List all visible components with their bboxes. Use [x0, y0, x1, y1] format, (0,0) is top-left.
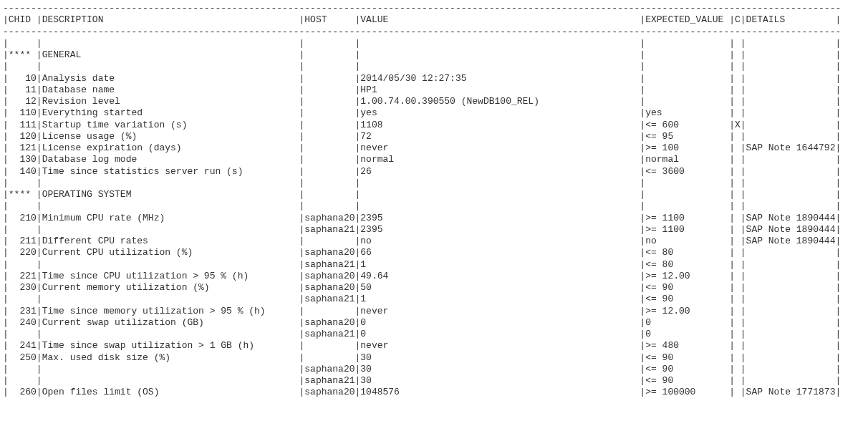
- cell-description: Minimum CPU rate (MHz): [42, 213, 299, 224]
- table-row: |121|License expiration (days)||never|>=…: [3, 142, 865, 154]
- cell-expected-value: <= 90: [645, 294, 729, 305]
- table-row: |10|Analysis date||2014/05/30 12:27:35||…: [3, 73, 865, 84]
- cell-chid: 211: [9, 236, 37, 247]
- cell-host: saphana20: [304, 271, 355, 282]
- table-row: |||saphana21|30|<= 90|||: [3, 375, 865, 387]
- cell-chid: 110: [9, 107, 37, 119]
- cell-expected-value: >= 12.00: [645, 271, 729, 282]
- cell-host: saphana20: [304, 364, 355, 375]
- table-row: |230|Current memory utilization (%)|saph…: [3, 282, 865, 294]
- table-row: |130|Database log mode||normal|normal|||: [3, 154, 865, 165]
- cell-description: GENERAL: [42, 49, 299, 61]
- cell-value: 30: [360, 352, 640, 364]
- cell-value: 66: [360, 247, 640, 258]
- cell-description: Current CPU utilization (%): [42, 247, 299, 258]
- cell-host: saphana21: [304, 224, 355, 236]
- header-separator-bottom: ----------------------------------------…: [3, 26, 865, 38]
- header-chid: CHID: [9, 14, 37, 26]
- table-row: |111|Startup time variation (s)||1108|<=…: [3, 120, 865, 131]
- table-row: ||||||||: [3, 61, 865, 72]
- cell-expected-value: >= 1100: [645, 224, 729, 236]
- cell-value: 72: [360, 131, 640, 142]
- cell-expected-value: <= 600: [645, 120, 729, 131]
- cell-expected-value: <= 80: [645, 259, 729, 271]
- cell-expected-value: >= 100: [645, 142, 729, 154]
- cell-description: Time since swap utilization > 1 GB (h): [42, 340, 299, 352]
- table-row: ||||||||: [3, 200, 865, 212]
- cell-value: no: [360, 236, 640, 247]
- cell-value: never: [360, 340, 640, 352]
- cell-chid: 111: [9, 120, 37, 131]
- table-row: |221|Time since CPU utilization > 95 % (…: [3, 271, 865, 282]
- table-row: ||||||||: [3, 178, 865, 189]
- cell-expected-value: no: [645, 236, 729, 247]
- header-value: VALUE: [360, 14, 640, 26]
- cell-expected-value: normal: [645, 154, 729, 165]
- table-row: |||saphana21|0|0|||: [3, 329, 865, 340]
- cell-value: never: [360, 142, 640, 154]
- cell-chid: ****: [9, 189, 37, 200]
- cell-host: saphana20: [304, 213, 355, 224]
- cell-value: 0: [360, 317, 640, 329]
- cell-chid: ****: [9, 49, 37, 61]
- cell-expected-value: <= 90: [645, 352, 729, 364]
- cell-details: SAP Note 1890444: [746, 236, 836, 247]
- cell-chid: 10: [9, 73, 37, 84]
- cell-expected-value: 0: [645, 317, 729, 329]
- cell-chid: 260: [9, 387, 37, 398]
- cell-value: 2395: [360, 213, 640, 224]
- cell-value: 30: [360, 375, 640, 387]
- cell-value: 1: [360, 259, 640, 271]
- cell-value: 30: [360, 364, 640, 375]
- header-expected-value: EXPECTED_VALUE: [645, 14, 729, 26]
- cell-chid: 121: [9, 142, 37, 154]
- cell-value: normal: [360, 154, 640, 165]
- cell-host: saphana20: [304, 282, 355, 294]
- cell-details: SAP Note 1644792: [746, 142, 836, 154]
- cell-value: 2014/05/30 12:27:35: [360, 73, 640, 84]
- cell-description: Current swap utilization (GB): [42, 317, 299, 329]
- cell-value: 49.64: [360, 271, 640, 282]
- table-row: |||saphana21|1|<= 80|||: [3, 259, 865, 271]
- cell-chid: 130: [9, 154, 37, 165]
- cell-chid: 231: [9, 306, 37, 317]
- cell-chid: 140: [9, 166, 37, 178]
- cell-expected-value: <= 90: [645, 364, 729, 375]
- table-row: |****|GENERAL||||||: [3, 49, 865, 61]
- header-description: DESCRIPTION: [42, 14, 299, 26]
- cell-chid: 240: [9, 317, 37, 329]
- cell-expected-value: yes: [645, 107, 729, 119]
- cell-host: saphana20: [304, 247, 355, 258]
- cell-description: Different CPU rates: [42, 236, 299, 247]
- cell-chid: 120: [9, 131, 37, 142]
- cell-host: saphana20: [304, 317, 355, 329]
- cell-description: Analysis date: [42, 73, 299, 84]
- table-row: |241|Time since swap utilization > 1 GB …: [3, 340, 865, 352]
- cell-value: HP1: [360, 84, 640, 96]
- cell-expected-value: <= 95: [645, 131, 729, 142]
- table-row: |120|License usage (%)||72|<= 95|||: [3, 131, 865, 142]
- cell-description: License usage (%): [42, 131, 299, 142]
- table-row: |110|Everything started||yes|yes|||: [3, 107, 865, 119]
- cell-description: Startup time variation (s): [42, 120, 299, 131]
- cell-chid: 230: [9, 282, 37, 294]
- cell-description: Database log mode: [42, 154, 299, 165]
- cell-expected-value: >= 480: [645, 340, 729, 352]
- table-row: |11|Database name||HP1||||: [3, 84, 865, 96]
- cell-description: Time since statistics server run (s): [42, 166, 299, 178]
- header-host: HOST: [304, 14, 355, 26]
- table-row: |||saphana21|2395|>= 1100||SAP Note 1890…: [3, 224, 865, 236]
- table-row: |||saphana20|30|<= 90|||: [3, 364, 865, 375]
- cell-value: 1048576: [360, 387, 640, 398]
- table-row: |260|Open files limit (OS)|saphana20|104…: [3, 387, 865, 398]
- cell-description: Everything started: [42, 107, 299, 119]
- cell-value: 26: [360, 166, 640, 178]
- cell-value: 0: [360, 329, 640, 340]
- table-row: |250|Max. used disk size (%)||30|<= 90||…: [3, 352, 865, 364]
- cell-description: Revision level: [42, 96, 299, 107]
- table-row: |210|Minimum CPU rate (MHz)|saphana20|23…: [3, 213, 865, 224]
- cell-expected-value: <= 90: [645, 282, 729, 294]
- cell-expected-value: <= 90: [645, 375, 729, 387]
- header-c: C: [735, 14, 741, 26]
- table-row: |211|Different CPU rates||no|no||SAP Not…: [3, 236, 865, 247]
